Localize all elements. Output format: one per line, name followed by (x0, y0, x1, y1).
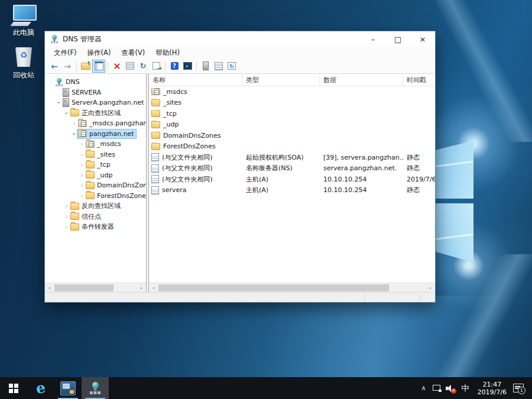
list-view-icon[interactable] (213, 60, 225, 72)
menu-view[interactable]: 查看(V) (116, 47, 150, 59)
record-name: servera (162, 186, 187, 194)
taskbar-dns-manager-icon[interactable] (82, 377, 109, 399)
servera[interactable]: servera 主机(A) 10.10.10.254 静态 (149, 185, 435, 196)
refresh-icon[interactable] (137, 60, 149, 72)
list-horizontal-scrollbar[interactable]: ‹ › (149, 283, 435, 293)
back-icon[interactable] (48, 60, 60, 72)
tree-item[interactable]: › 条件转发器 (45, 222, 146, 232)
tree-node-label: DNS (66, 78, 80, 86)
column-header[interactable]: 数据 (320, 74, 403, 86)
export-list-icon[interactable] (150, 60, 162, 72)
tree-item[interactable]: › _udp (45, 170, 146, 181)
expand-chevron-icon[interactable]: › (63, 213, 70, 220)
toolbar-separator[interactable] (76, 61, 77, 71)
up-one-level-icon[interactable] (80, 60, 92, 72)
column-header[interactable]: 名称 (149, 74, 242, 86)
scroll-left-arrow-icon[interactable]: ‹ (149, 283, 158, 293)
tree-item[interactable]: › _sites (45, 150, 146, 160)
forward-icon[interactable] (61, 60, 73, 72)
ime-indicator[interactable]: 中 (460, 377, 471, 399)
_udp[interactable]: _udp (149, 119, 435, 131)
taskbar-ie-icon[interactable]: e (27, 377, 54, 399)
this-pc-desktop-icon[interactable]: 此电脑 (4, 4, 44, 38)
tree-item[interactable]: › 信任点 (45, 212, 146, 222)
taskbar-server-manager-icon[interactable] (54, 377, 82, 399)
toolbar-separator[interactable] (108, 61, 108, 71)
recycle-bin-desktop-icon[interactable]: 回收站 (4, 46, 44, 80)
row-icon (151, 153, 159, 161)
expand-chevron-icon[interactable]: › (71, 120, 77, 126)
network-icon[interactable] (433, 385, 442, 392)
menu-file[interactable]: 文件(F) (48, 47, 82, 59)
show-console-tree-icon[interactable] (93, 60, 105, 72)
ForestDnsZones[interactable]: ForestDnsZones (149, 141, 435, 153)
console-window-icon[interactable] (181, 60, 193, 72)
tree-item[interactable]: › DomainDnsZones (45, 180, 146, 191)
(与父文件夹相同)[interactable]: (与父文件夹相同) 主机(A) 10.10.10.254 2019/7/6 (149, 174, 435, 185)
row-icon (151, 88, 160, 95)
tree-item[interactable]: › pangzhan.net (45, 129, 146, 140)
tree-item[interactable]: › DNS (45, 77, 146, 87)
tree-item[interactable]: › _tcp (45, 160, 146, 170)
(与父文件夹相同)[interactable]: (与父文件夹相同) 起始授权机构(SOA) [39], servera.pang… (149, 152, 435, 163)
start-button[interactable] (0, 377, 27, 399)
(与父文件夹相同)[interactable]: (与父文件夹相同) 名称服务器(NS) servera.pangzhan.net… (149, 163, 435, 174)
action-center-icon[interactable]: 1 (513, 384, 524, 392)
expand-chevron-icon[interactable]: › (63, 203, 70, 209)
delete-icon[interactable] (111, 60, 123, 72)
tree-node-icon (78, 130, 87, 137)
toolbar-separator[interactable] (165, 61, 166, 71)
expand-chevron-icon[interactable]: › (63, 110, 70, 116)
_tcp[interactable]: _tcp (149, 108, 435, 119)
expand-chevron-icon[interactable]: › (79, 141, 85, 147)
title-bar[interactable]: DNS 管理器 – □ × (45, 31, 435, 47)
dns-manager-window: DNS 管理器 – □ × 文件(F) 操作(A) 查看(V) 帮助(H) (44, 31, 436, 303)
column-header[interactable]: 时间戳 (403, 74, 435, 86)
record-name: _tcp (163, 110, 177, 118)
DomainDnsZones[interactable]: DomainDnsZones (149, 130, 435, 141)
expand-chevron-icon[interactable]: › (56, 99, 62, 106)
expand-chevron-icon[interactable]: › (71, 131, 77, 137)
scrollbar-thumb[interactable] (54, 284, 113, 291)
row-icon (151, 186, 159, 194)
minimize-button[interactable]: – (361, 31, 385, 47)
expand-chevron-icon[interactable]: › (79, 182, 85, 189)
tree-node-icon (55, 78, 63, 86)
scroll-right-arrow-icon[interactable]: › (426, 283, 435, 293)
tree-node-label: 反向查找区域 (82, 202, 121, 210)
tree-item[interactable]: › 正向查找区域 (45, 108, 146, 119)
help-icon[interactable] (168, 60, 180, 72)
column-header[interactable]: 类型 (242, 74, 320, 86)
menu-help[interactable]: 帮助(H) (150, 47, 185, 59)
tray-chevron-icon[interactable]: ∧ (419, 377, 429, 399)
filter-view-icon[interactable] (226, 60, 238, 72)
tree-item[interactable]: › _msdcs.pangzhan.net (45, 118, 146, 129)
_sites[interactable]: _sites (149, 98, 435, 109)
expand-chevron-icon[interactable]: › (63, 223, 70, 230)
maximize-button[interactable]: □ (385, 31, 410, 47)
properties-icon[interactable] (124, 60, 136, 72)
scrollbar-thumb[interactable] (158, 284, 389, 291)
menu-action[interactable]: 操作(A) (82, 47, 116, 59)
expand-chevron-icon[interactable]: › (79, 172, 85, 179)
tree-item[interactable]: › SERVERA (45, 87, 146, 98)
tree-item[interactable]: › ForestDnsZones (45, 191, 146, 202)
tree-item[interactable]: › ServerA.pangzhan.net (45, 98, 146, 108)
volume-muted-icon[interactable]: ✕ (446, 384, 456, 392)
clock-date: 2019/7/6 (478, 388, 507, 396)
expand-chevron-icon[interactable]: › (79, 193, 85, 199)
server-view-icon[interactable] (200, 60, 212, 72)
record-name: _udp (163, 121, 179, 128)
clock[interactable]: 21:47 2019/7/6 (475, 377, 509, 399)
scroll-right-arrow-icon[interactable]: › (137, 283, 146, 293)
tree-horizontal-scrollbar[interactable]: ‹ › (45, 283, 146, 293)
tree-item[interactable]: › 反向查找区域 (45, 201, 146, 212)
close-button[interactable]: × (410, 31, 435, 47)
expand-chevron-icon[interactable]: › (79, 151, 85, 158)
expand-chevron-icon[interactable]: › (79, 161, 85, 168)
toolbar-separator[interactable] (196, 61, 197, 71)
tree-item[interactable]: › _msdcs (45, 139, 146, 150)
scroll-left-arrow-icon[interactable]: ‹ (45, 283, 54, 293)
_msdcs[interactable]: _msdcs (149, 86, 435, 98)
tree-node-icon (86, 171, 95, 179)
